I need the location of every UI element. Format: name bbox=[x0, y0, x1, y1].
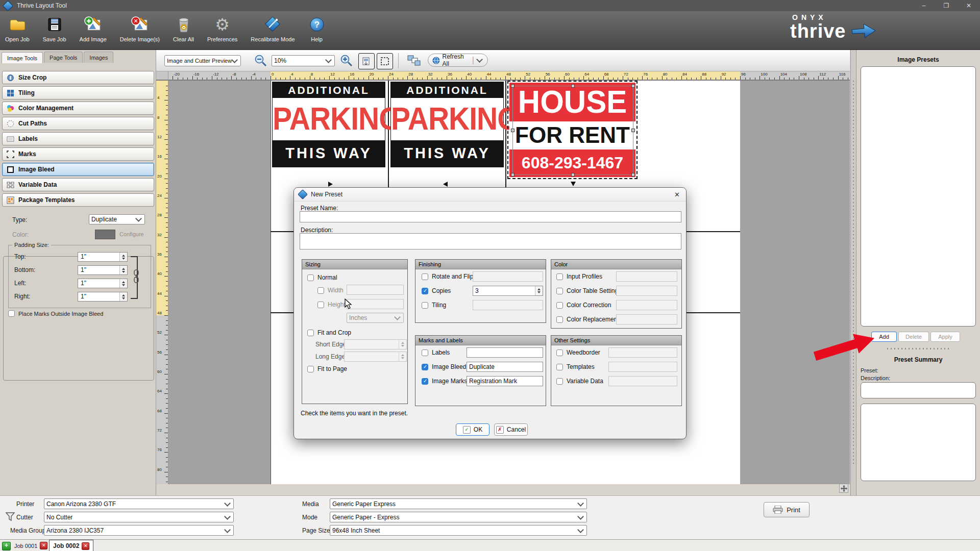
height-checkbox[interactable] bbox=[317, 302, 324, 308]
sidebar-item-color-management[interactable]: Color Management bbox=[2, 102, 154, 115]
close-button[interactable]: ✕ bbox=[958, 0, 980, 11]
weedborder-field[interactable] bbox=[608, 347, 677, 358]
weedborder-checkbox[interactable] bbox=[556, 349, 563, 356]
resize-handle[interactable] bbox=[571, 84, 575, 88]
rotate-and-flip-checkbox[interactable] bbox=[422, 273, 428, 280]
presets-list[interactable] bbox=[861, 66, 976, 327]
spinner-buttons[interactable] bbox=[535, 286, 543, 295]
width-checkbox[interactable] bbox=[317, 287, 324, 294]
short-edge-field[interactable] bbox=[344, 339, 407, 349]
color-table-setting-checkbox[interactable] bbox=[556, 288, 563, 294]
padding-bottom-field[interactable]: 1" bbox=[78, 265, 128, 275]
color-table-setting-field[interactable] bbox=[616, 286, 677, 296]
configure-button[interactable]: Configure bbox=[119, 231, 144, 237]
input-profiles-checkbox[interactable] bbox=[556, 273, 563, 280]
padding-top-field[interactable]: 1" bbox=[78, 252, 128, 262]
chain-link-icon[interactable] bbox=[133, 269, 140, 284]
page-size-select[interactable]: 96x48 Inch Sheet bbox=[330, 525, 587, 536]
spinner-buttons[interactable] bbox=[119, 279, 127, 288]
clear-all-button[interactable]: ♻ Clear All bbox=[173, 11, 194, 42]
selection-frame-toggle[interactable] bbox=[377, 53, 393, 69]
sidebar-item-labels[interactable]: Labels bbox=[2, 132, 154, 145]
parking-sign-image-1[interactable]: ADDITIONAL PARKING THIS WAY bbox=[272, 82, 385, 167]
filter-funnel-icon[interactable] bbox=[5, 512, 15, 522]
image-marks-field[interactable]: Registration Mark bbox=[467, 376, 543, 386]
templates-checkbox[interactable] bbox=[556, 364, 563, 370]
printer-select[interactable]: Canon Arizona 2380 GTF bbox=[44, 498, 234, 509]
tiling-checkbox[interactable] bbox=[422, 302, 428, 309]
zoom-level-select[interactable]: 10% bbox=[272, 55, 335, 66]
copies-checkbox[interactable] bbox=[422, 288, 428, 294]
save-job-button[interactable]: Save Job bbox=[43, 11, 66, 42]
preset-name-input[interactable] bbox=[300, 211, 681, 222]
copies-field[interactable]: 3 bbox=[473, 286, 543, 296]
pan-handle[interactable] bbox=[839, 484, 848, 493]
tiling-field[interactable] bbox=[473, 300, 543, 310]
sidebar-item-marks[interactable]: Marks bbox=[2, 147, 154, 161]
tab-page-tools[interactable]: Page Tools bbox=[44, 52, 83, 63]
resize-handle[interactable] bbox=[571, 173, 575, 177]
tab-images[interactable]: Images bbox=[84, 52, 113, 63]
recalibrate-mode-button[interactable]: Recalibrate Mode bbox=[251, 11, 295, 42]
units-select[interactable]: Inches bbox=[347, 313, 404, 323]
spinner-buttons[interactable] bbox=[119, 253, 127, 261]
color-replacement-checkbox[interactable] bbox=[556, 316, 563, 323]
description-input[interactable] bbox=[300, 233, 681, 249]
normal-checkbox[interactable] bbox=[307, 274, 314, 281]
parking-sign-image-2[interactable]: ADDITIONAL PARKING THIS WAY bbox=[390, 82, 504, 167]
place-marks-checkbox[interactable] bbox=[8, 310, 15, 317]
dialog-close-icon[interactable]: ✕ bbox=[668, 191, 686, 198]
color-correction-checkbox[interactable] bbox=[556, 302, 563, 309]
delete-preset-button[interactable]: Delete bbox=[898, 332, 929, 342]
panel-splitter[interactable] bbox=[850, 50, 856, 495]
resize-handle[interactable] bbox=[511, 84, 514, 88]
sidebar-item-image-bleed[interactable]: Image Bleed bbox=[2, 163, 154, 176]
height-field[interactable] bbox=[347, 299, 404, 309]
spinner-buttons[interactable] bbox=[119, 266, 127, 274]
rotate-and-flip-field[interactable] bbox=[473, 271, 543, 282]
print-button[interactable]: Print bbox=[764, 502, 810, 517]
color-correction-field[interactable] bbox=[616, 300, 677, 310]
cutter-select[interactable]: No Cutter bbox=[44, 512, 234, 522]
minimize-button[interactable]: – bbox=[913, 0, 935, 11]
print-preview-toggle[interactable] bbox=[358, 53, 375, 69]
nesting-layout-button[interactable] bbox=[405, 53, 423, 68]
sidebar-item-tiling[interactable]: Tiling bbox=[2, 86, 154, 99]
restore-button[interactable]: ❐ bbox=[935, 0, 958, 11]
open-job-button[interactable]: Open Job bbox=[5, 11, 30, 42]
templates-field[interactable] bbox=[608, 362, 677, 372]
preferences-button[interactable]: ⚙ Preferences bbox=[207, 11, 237, 42]
resize-handle[interactable] bbox=[511, 173, 514, 177]
cancel-button[interactable]: ✗ Cancel bbox=[494, 423, 528, 436]
variable-data-field[interactable] bbox=[608, 376, 677, 386]
padding-left-field[interactable]: 1" bbox=[78, 279, 128, 288]
tab-job-0002[interactable]: Job 0002 ✕ bbox=[49, 540, 93, 551]
image-bleed-checkbox[interactable] bbox=[422, 364, 428, 370]
add-preset-button[interactable]: Add bbox=[871, 332, 897, 342]
apply-preset-button[interactable]: Apply bbox=[930, 332, 960, 342]
resize-handle[interactable] bbox=[631, 129, 635, 132]
mode-select[interactable]: Generic Paper - Express bbox=[330, 512, 587, 522]
delete-image-button[interactable]: ✕ Delete Image(s) bbox=[120, 11, 160, 42]
labels-field[interactable] bbox=[467, 347, 543, 358]
sidebar-item-cut-paths[interactable]: Cut Paths bbox=[2, 117, 154, 130]
input-profiles-field[interactable] bbox=[616, 271, 677, 282]
sidebar-item-variable-data[interactable]: Variable Data bbox=[2, 178, 154, 191]
width-field[interactable] bbox=[347, 285, 404, 295]
zoom-out-icon[interactable] bbox=[254, 54, 267, 67]
close-tab-icon[interactable]: ✕ bbox=[40, 542, 47, 549]
image-bleed-field[interactable]: Duplicate bbox=[467, 362, 543, 372]
color-replacement-field[interactable] bbox=[616, 314, 677, 324]
tab-job-0001[interactable]: Job 0001 ✕ bbox=[14, 542, 47, 549]
add-image-button[interactable]: Add Image bbox=[80, 11, 107, 42]
fit-to-page-checkbox[interactable] bbox=[307, 366, 314, 372]
resize-handle[interactable] bbox=[631, 84, 635, 88]
zoom-in-icon[interactable] bbox=[340, 54, 353, 67]
resize-handle[interactable] bbox=[511, 129, 514, 132]
splitter-dots[interactable] bbox=[887, 348, 949, 349]
long-edge-field[interactable] bbox=[344, 352, 407, 362]
media-group-select[interactable]: Arizona 2380 IJC357 bbox=[44, 525, 234, 536]
bleed-color-swatch[interactable] bbox=[95, 230, 115, 239]
resize-handle[interactable] bbox=[631, 173, 635, 177]
add-job-button[interactable]: + bbox=[2, 542, 11, 550]
